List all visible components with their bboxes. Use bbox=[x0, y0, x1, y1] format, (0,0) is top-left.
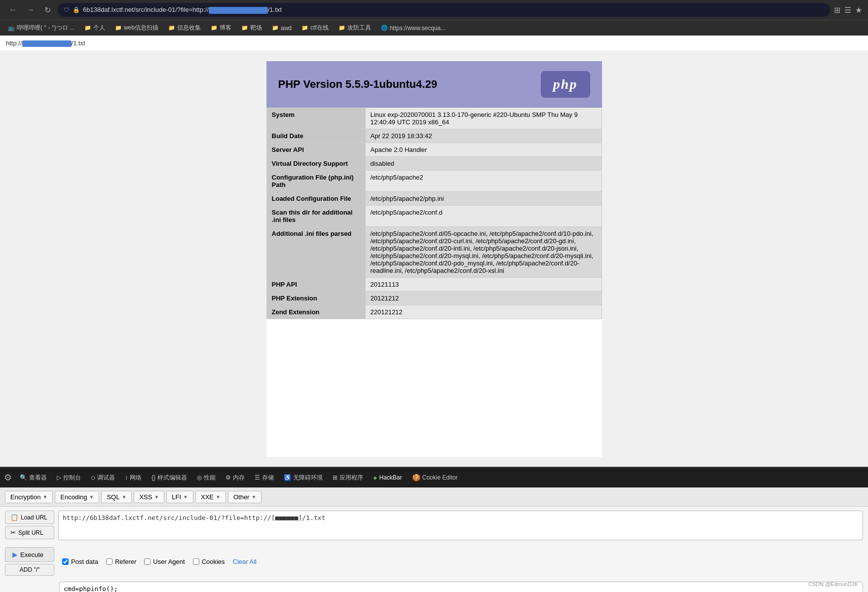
php-table-value: /etc/php5/apache2/php.ini bbox=[365, 192, 602, 206]
bookmark-folder-icon-6: 📁 bbox=[272, 25, 279, 31]
clear-all-button[interactable]: Clear All bbox=[233, 558, 257, 565]
reload-button[interactable]: ↻ bbox=[41, 3, 54, 17]
php-table-value: Apr 22 2019 18:33:42 bbox=[365, 129, 602, 143]
php-version-title: PHP Version 5.5.9-1ubuntu4.29 bbox=[278, 78, 437, 91]
dropdown-arrow-7: ▼ bbox=[251, 494, 256, 500]
devtools-cookie-editor[interactable]: 🍪 Cookie Editor bbox=[408, 472, 462, 483]
devtools-debugger[interactable]: ◇ 调试器 bbox=[87, 472, 119, 484]
address-text: 6b138daf.lxctf.net/src/include-01/?file=… bbox=[83, 6, 824, 14]
execute-button[interactable]: ▶ Execute bbox=[5, 547, 54, 562]
page-url-bar: http:///1.txt bbox=[0, 36, 868, 51]
bookmark-bilibili[interactable]: 📺 哔哩哔哩( ° - °)つロ ... bbox=[4, 22, 78, 34]
bookmark-blog[interactable]: 📁 博客 bbox=[207, 22, 235, 34]
split-url-button[interactable]: ✂ Split URL bbox=[5, 526, 54, 539]
xxe-menu[interactable]: XXE ▼ bbox=[195, 491, 226, 503]
php-table-key: Scan this dir for additional .ini files bbox=[266, 206, 365, 227]
encoding-menu[interactable]: Encoding ▼ bbox=[55, 491, 99, 503]
devtools-network[interactable]: ↕ 网络 bbox=[121, 472, 146, 484]
bookmark-ctfonline[interactable]: 📁 ctf在线 bbox=[298, 22, 333, 34]
bookmark-globe-icon: 🌐 bbox=[381, 25, 388, 31]
devtools-accessibility[interactable]: ♿ 无障碍环境 bbox=[280, 472, 327, 484]
bookmark-webscan[interactable]: 📁 web信息扫描 bbox=[111, 22, 162, 34]
xss-menu[interactable]: XSS ▼ bbox=[134, 491, 164, 503]
devtools-inspector[interactable]: 🔍 查看器 bbox=[16, 472, 51, 484]
devtools-application[interactable]: ⊞ 应用程序 bbox=[329, 472, 367, 484]
referer-checkbox[interactable] bbox=[106, 558, 113, 565]
bookmark-target[interactable]: 📁 靶场 bbox=[237, 22, 266, 34]
main-content: PHP Version 5.5.9-1ubuntu4.29 php System… bbox=[0, 51, 868, 467]
dropdown-arrow-4: ▼ bbox=[154, 494, 159, 500]
back-button[interactable]: ← bbox=[6, 3, 20, 16]
load-url-button[interactable]: 📋 Load URL bbox=[5, 511, 54, 524]
post-data-input[interactable]: cmd=phpinfo(); bbox=[59, 582, 863, 592]
style-editor-icon: {} bbox=[151, 474, 155, 481]
memory-icon: ⚙ bbox=[226, 474, 231, 481]
address-blur bbox=[209, 7, 268, 14]
referer-checkbox-label[interactable]: Referer bbox=[106, 558, 136, 565]
php-table-key: Build Date bbox=[266, 129, 365, 143]
bookmark-personal[interactable]: 📁 个人 bbox=[80, 22, 109, 34]
php-table-key: Zend Extension bbox=[266, 305, 365, 319]
dropdown-arrow-2: ▼ bbox=[89, 494, 94, 500]
sql-menu[interactable]: SQL ▼ bbox=[101, 491, 132, 503]
hackbar-icon: ● bbox=[373, 474, 377, 481]
url-input[interactable]: http://6b138daf.lxctf.net/src/include-01… bbox=[58, 511, 863, 540]
hackbar-execute-section: ▶ Execute ADD "/" bbox=[5, 547, 54, 576]
devtools-performance[interactable]: ◎ 性能 bbox=[193, 472, 220, 484]
page-url-text: http:///1.txt bbox=[6, 39, 85, 47]
php-table-row: Loaded Configuration File/etc/php5/apach… bbox=[266, 192, 602, 206]
performance-icon: ◎ bbox=[197, 474, 202, 481]
bookmark-infocollect[interactable]: 📁 信息收集 bbox=[164, 22, 205, 34]
bookmark-icon: 📺 bbox=[8, 25, 15, 31]
php-table-key: Configuration File (php.ini) Path bbox=[266, 171, 365, 192]
hackbar-toolbar: Encryption ▼ Encoding ▼ SQL ▼ XSS ▼ LFI … bbox=[0, 488, 868, 507]
php-table-row: Server APIApache 2.0 Handler bbox=[266, 143, 602, 157]
dropdown-arrow-5: ▼ bbox=[183, 494, 188, 500]
php-table-key: Loaded Configuration File bbox=[266, 192, 365, 206]
php-table-value: 220121212 bbox=[365, 305, 602, 319]
php-table-key: Virtual Directory Support bbox=[266, 157, 365, 171]
post-data-checkbox[interactable] bbox=[62, 558, 69, 565]
other-menu[interactable]: Other ▼ bbox=[228, 491, 262, 503]
dropdown-arrow-3: ▼ bbox=[121, 494, 126, 500]
forward-button[interactable]: → bbox=[24, 3, 38, 16]
bookmark-folder-icon-2: 📁 bbox=[115, 25, 122, 31]
devtools-style-editor[interactable]: {} 样式编辑器 bbox=[148, 472, 191, 484]
add-slash-button[interactable]: ADD "/" bbox=[5, 564, 54, 576]
address-bar[interactable]: 🛡 🔒 6b138daf.lxctf.net/src/include-01/?f… bbox=[58, 3, 830, 17]
php-table-value: 20121212 bbox=[365, 292, 602, 305]
user-agent-checkbox[interactable] bbox=[144, 558, 151, 565]
bookmark-tools[interactable]: 📁 攻防工具 bbox=[335, 22, 375, 34]
storage-icon: ☰ bbox=[255, 474, 260, 481]
php-info-container: PHP Version 5.5.9-1ubuntu4.29 php System… bbox=[266, 61, 602, 457]
menu-button[interactable]: ★ bbox=[855, 5, 862, 15]
bookmarks-button[interactable]: ☰ bbox=[844, 5, 851, 15]
lock-icon: 🔒 bbox=[73, 6, 80, 13]
php-table-key: Additional .ini files parsed bbox=[266, 227, 365, 278]
bookmark-secqua[interactable]: 🌐 https://www.secqua... bbox=[377, 23, 450, 33]
devtools-hackbar[interactable]: ● HackBar bbox=[369, 472, 406, 483]
post-data-checkbox-label[interactable]: Post data bbox=[62, 558, 98, 565]
user-agent-checkbox-label[interactable]: User Agent bbox=[144, 558, 185, 565]
php-table-key: System bbox=[266, 108, 365, 129]
encryption-menu[interactable]: Encryption ▼ bbox=[5, 491, 53, 503]
bookmarks-bar: 📺 哔哩哔哩( ° - °)つロ ... 📁 个人 📁 web信息扫描 📁 信息… bbox=[0, 20, 868, 36]
cookies-checkbox-label[interactable]: Cookies bbox=[193, 558, 225, 565]
devtools-memory[interactable]: ⚙ 内存 bbox=[222, 472, 249, 484]
php-logo: php bbox=[541, 71, 590, 98]
extensions-button[interactable]: ⊞ bbox=[834, 5, 840, 15]
php-table-row: SystemLinux exp-2020070001 3.13.0-170-ge… bbox=[266, 108, 602, 129]
php-table-value: Apache 2.0 Handler bbox=[365, 143, 602, 157]
php-table-row: Virtual Directory Supportdisabled bbox=[266, 157, 602, 171]
bookmark-folder-icon-8: 📁 bbox=[339, 25, 345, 31]
load-url-icon: 📋 bbox=[10, 514, 18, 521]
devtools-storage[interactable]: ☰ 存储 bbox=[251, 472, 278, 484]
hackbar-options: ▶ Execute ADD "/" Post data Referer User… bbox=[0, 544, 868, 579]
devtools-console[interactable]: ▷ 控制台 bbox=[53, 472, 85, 484]
bookmark-awd[interactable]: 📁 awd bbox=[268, 23, 296, 33]
php-header: PHP Version 5.5.9-1ubuntu4.29 php bbox=[266, 61, 602, 108]
php-table-key: Server API bbox=[266, 143, 365, 157]
application-icon: ⊞ bbox=[333, 474, 338, 481]
lfi-menu[interactable]: LFI ▼ bbox=[166, 491, 193, 503]
cookies-checkbox[interactable] bbox=[193, 558, 199, 565]
